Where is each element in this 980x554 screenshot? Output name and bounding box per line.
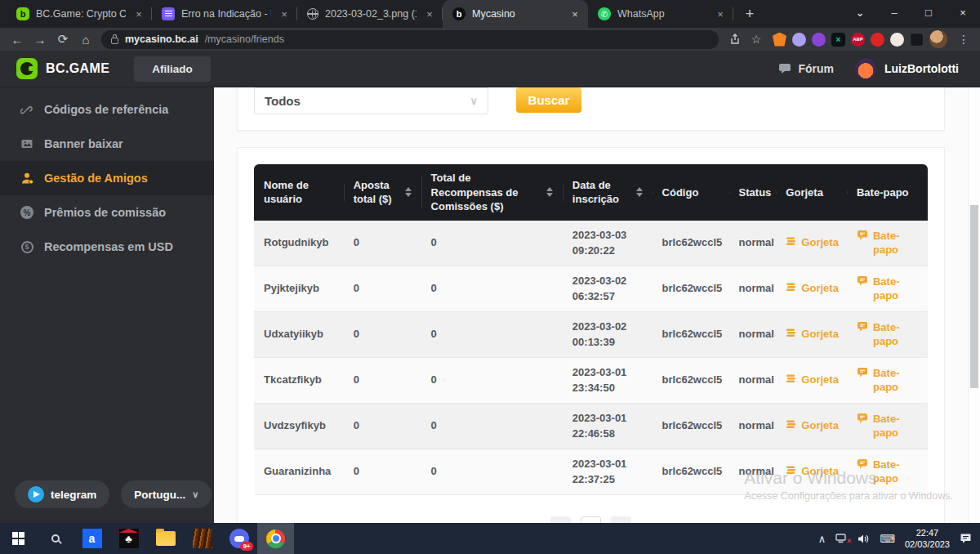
sort-icon[interactable] [546,187,553,197]
bate-papo-link[interactable]: Bate-papo [857,229,918,257]
sidebar-item-codigos-de-referencia[interactable]: Códigos de referência [0,92,214,127]
metamask-icon[interactable] [773,33,786,47]
bate-papo-link[interactable]: Bate-papo [857,412,918,440]
address-bar[interactable]: mycasino.bc.ai /mycasino/friends [101,30,719,49]
gorjeta-link[interactable]: Gorjeta [786,418,837,433]
stop-hand-extension-icon[interactable] [871,33,884,47]
sort-icon[interactable] [636,187,643,197]
chevron-down-icon: ∨ [470,95,478,107]
tab-mycasino-active[interactable]: b Mycasino × [443,0,588,28]
tab-close-icon[interactable]: × [278,7,291,20]
user-name[interactable]: LuizBortolotti [884,62,959,75]
action-center-icon[interactable] [960,533,972,544]
volume-icon[interactable] [858,534,870,544]
pagination-page-1[interactable]: 1 [581,516,601,523]
scrollbar-thumb[interactable] [970,205,978,388]
taskbar-amd-app[interactable]: a [74,523,110,554]
touch-keyboard-icon[interactable]: ⌨ [880,533,895,545]
pagination-next-button[interactable]: › [611,516,631,523]
filter-select[interactable]: Todos ∨ [254,87,488,114]
green-x-extension-icon[interactable]: × [831,33,845,47]
telegram-button[interactable]: telegram [15,480,109,508]
user-avatar[interactable] [855,58,876,79]
buscar-button[interactable]: Buscar [516,87,581,113]
tab-bcgame[interactable]: b BC.Game: Crypto Casino Gam × [7,0,152,28]
taskbar-casino-app[interactable]: ♣ [110,523,147,554]
table-body: Rotgudnikyb 0 0 2023-03-0309:20:22 brlc6… [254,221,928,495]
window-maximize-button[interactable]: □ [911,0,946,25]
sidebar-item-gestao-de-amigos[interactable]: Gestão de Amigos [0,161,214,195]
tab-whatsapp[interactable]: ✆ WhatsApp × [588,0,733,28]
gorjeta-link[interactable]: Gorjeta [786,373,837,387]
bcgame-logo-icon[interactable] [16,58,38,79]
tab-search-chevron-icon[interactable]: ⌄ [843,0,877,25]
table-row: Uvdzsyfikyb 0 0 2023-03-0122:46:58 brlc6… [254,404,928,449]
fire-app-icon [193,529,212,548]
taskbar-file-explorer[interactable] [147,523,184,554]
share-icon[interactable] [725,29,745,49]
tab-close-icon[interactable]: × [132,7,145,20]
bate-papo-link[interactable]: Bate-papo [857,275,918,303]
language-selector[interactable]: Portugu... ∨ [121,480,212,508]
cell-signup-date: 2023-03-0122:46:58 [563,404,653,449]
reload-button[interactable]: ⟳ [52,29,74,49]
pagination-prev-button[interactable]: ‹ [550,516,571,523]
back-button[interactable]: ← [7,29,28,49]
cell-commission-rewards: 0 [421,319,563,349]
tab-png-image[interactable]: 2023-03-02_3.png (1024×76 × [297,0,443,28]
column-header-signup-date[interactable]: Data de inscrição [563,172,653,213]
taskbar-game-app[interactable] [184,523,220,554]
page-scrollbar[interactable] [968,87,980,523]
cell-status: normal [729,228,777,257]
forum-link[interactable]: Fórum [778,62,834,75]
taskbar-discord[interactable]: 9+ [220,523,257,554]
bate-papo-link[interactable]: Bate-papo [857,458,918,486]
cell-chat: Bate-papo [847,268,928,310]
start-button[interactable] [0,523,37,554]
gorjeta-link[interactable]: Gorjeta [786,281,837,296]
tab-close-icon[interactable]: × [423,7,436,20]
column-header-chat: Bate-papo [847,179,928,207]
sidebar-item-recompensas-em-usd[interactable]: $ Recompensas em USD [0,230,214,264]
tab-close-icon[interactable]: × [714,7,727,20]
dark-extension-icon[interactable] [910,33,924,47]
tab-close-icon[interactable]: × [568,7,581,20]
window-controls: ⌄ – □ × [843,0,980,25]
header-right: Fórum LuizBortolotti [778,58,959,79]
column-header-commission-rewards[interactable]: Total de Recompensas de Comissões ($) [421,164,563,221]
sort-icon[interactable] [405,187,412,197]
column-header-code: Código [653,179,729,207]
home-button[interactable]: ⌂ [75,29,96,49]
extensions-puzzle-icon[interactable] [890,33,904,47]
gorjeta-link[interactable]: Gorjeta [786,327,837,342]
taskbar-search-button[interactable] [37,523,74,554]
gorjeta-link[interactable]: Gorjeta [786,235,837,250]
taskbar-clock[interactable]: 22:47 02/03/2023 [905,527,950,551]
afiliado-tab[interactable]: Afiliado [134,56,211,82]
network-error-icon[interactable]: × [835,534,848,543]
discord-icon: 9+ [229,529,249,548]
new-tab-button[interactable]: + [738,2,761,25]
sidebar-item-banner-baixar[interactable]: Banner baixar [0,127,214,161]
table-row: Rotgudnikyb 0 0 2023-03-0309:20:22 brlc6… [254,221,928,266]
forward-button[interactable]: → [29,29,51,49]
tab-erro-indicacao[interactable]: Erro na Indicação - BC.Game × [152,0,297,28]
adblock-plus-icon[interactable]: ABP [851,33,865,47]
browser-toolbar: ← → ⟳ ⌂ mycasino.bc.ai /mycasino/friends… [0,28,980,51]
browser-profile-avatar[interactable] [929,30,947,48]
window-close-button[interactable]: × [946,0,980,25]
column-header-total-bet[interactable]: Aposta total ($) [344,172,421,213]
phantom-icon[interactable] [792,33,806,47]
purple-extension-icon[interactable] [812,33,826,47]
browser-menu-icon[interactable]: ⋮ [954,29,973,49]
hidden-icons-chevron[interactable]: ∧ [818,533,826,545]
bate-papo-link[interactable]: Bate-papo [857,320,918,349]
telegram-label: telegram [51,489,96,501]
sidebar-item-premios-de-comissao[interactable]: % Prêmios de comissão [0,195,214,230]
bookmark-star-icon[interactable]: ☆ [746,29,766,49]
gorjeta-link[interactable]: Gorjeta [786,464,837,479]
sidebar-item-label: Gestão de Amigos [44,172,148,185]
taskbar-chrome-active[interactable] [257,523,294,554]
bate-papo-link[interactable]: Bate-papo [857,366,918,395]
window-minimize-button[interactable]: – [877,0,911,25]
